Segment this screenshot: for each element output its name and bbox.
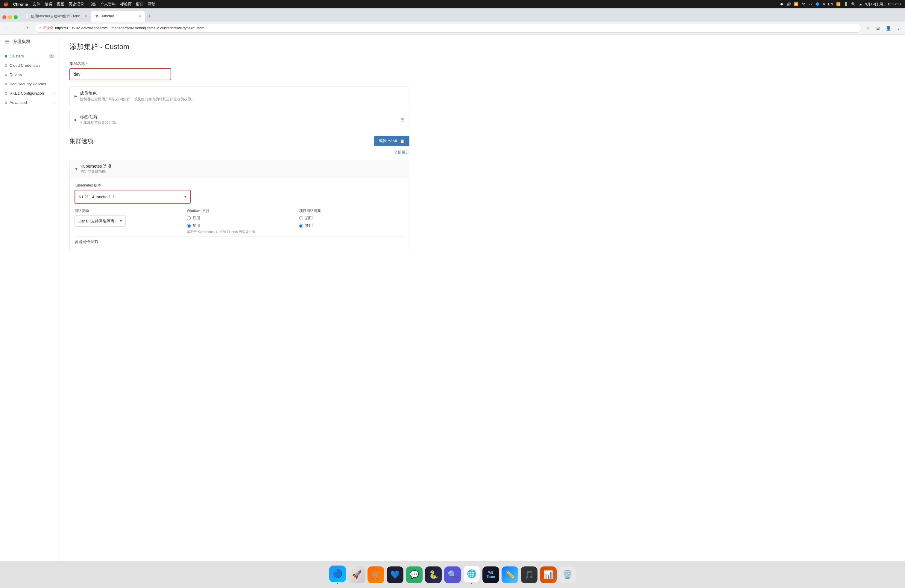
dock-item-wechat[interactable]: 💬 xyxy=(406,566,422,583)
url-bar[interactable]: ⚠ 不安全 https://9.135.92.226/dashboard/c/_… xyxy=(35,24,861,33)
dock-item-powerpoint[interactable]: 📊 xyxy=(540,566,557,583)
windows-enable-option[interactable]: 启用 xyxy=(187,215,292,221)
k8s-version-group: Kubernetes 版本 v1.21.14-rancher1-1 ▼ xyxy=(75,183,404,203)
new-tab-button[interactable]: + xyxy=(145,12,154,21)
project-network-enable-radio[interactable] xyxy=(299,216,303,220)
project-network-disable-radio[interactable] xyxy=(299,224,303,228)
dock-item-taobao[interactable]: 🛒 xyxy=(367,566,384,583)
menu-help[interactable]: 帮助 xyxy=(148,2,156,7)
k8s-subtitle: 自定义集群功能 xyxy=(81,169,112,174)
k8s-arrow-icon: ▼ xyxy=(75,167,78,171)
project-network-disable-option[interactable]: 禁用 xyxy=(299,223,404,229)
tab-1-close[interactable]: × xyxy=(139,14,141,18)
trash-icon: 🗑️ xyxy=(559,566,576,583)
profile-icon[interactable]: 👤 xyxy=(884,24,892,32)
network-driver-label: 网络驱动 xyxy=(75,208,179,213)
dock-item-trash[interactable]: 🗑️ xyxy=(559,566,576,583)
clusters-label: Clusters xyxy=(10,54,24,58)
insecure-icon: ⚠ xyxy=(39,26,41,30)
advanced-dot xyxy=(5,102,7,104)
labels-arrow-icon: ▶ xyxy=(75,118,77,122)
url-text: https://9.135.92.226/dashboard/c/_/manag… xyxy=(55,26,857,30)
sidebar-section-rke1[interactable]: RKE1 Configuration › xyxy=(0,89,60,98)
collapsible-member-roles-header[interactable]: ▶ 成员角色 控制哪些应用用户可以访问集群，以及他们拥有的对其进行更改的权限。 xyxy=(70,86,409,106)
edit-yaml-icon: 📋 xyxy=(400,139,405,143)
close-button[interactable] xyxy=(2,15,6,19)
hamburger-icon[interactable]: ☰ xyxy=(5,39,9,44)
labels-title: 标签/注释 xyxy=(80,114,119,120)
sidebar-item-drivers[interactable]: Drivers xyxy=(0,70,60,79)
chrome-dot xyxy=(471,583,472,584)
k8s-header[interactable]: ▼ Kubernetes 选项 自定义集群功能 xyxy=(70,160,409,178)
edit-yaml-button[interactable]: 编辑 YAML 📋 xyxy=(374,136,410,146)
menu-items: 文件 编辑 视图 历史记录 书签 个人资料 标签页 窗口 帮助 xyxy=(33,2,156,7)
extension-icon[interactable]: ⊞ xyxy=(874,24,882,32)
windows-disable-option[interactable]: 禁用 xyxy=(187,223,292,229)
menu-file[interactable]: 文件 xyxy=(33,2,40,7)
apple-menu[interactable]: 🍎 xyxy=(3,2,8,6)
menu-window[interactable]: 窗口 xyxy=(136,2,144,7)
project-network-group: 项目网络隔离 启用 禁用 xyxy=(299,208,404,234)
dock-item-finder[interactable]: 🔵 xyxy=(329,566,346,584)
sidebar-item-clusters[interactable]: Clusters 1 xyxy=(0,51,60,61)
windows-disable-radio[interactable] xyxy=(187,224,191,228)
k8s-version-label: Kubernetes 版本 xyxy=(75,183,404,188)
windows-disable-label: 禁用 xyxy=(192,223,200,229)
project-network-enable-option[interactable]: 启用 xyxy=(299,215,404,221)
tab-0[interactable]: 📄 使用rancher自建k8s集群 · tenc... × xyxy=(21,11,90,22)
search-icon: 🔍 xyxy=(444,566,461,583)
dock-item-search[interactable]: 🔍 xyxy=(444,566,461,583)
bookmark-icon[interactable]: ☆ xyxy=(864,24,872,32)
menu-view[interactable]: 视图 xyxy=(57,2,64,7)
chrome-addressbar: ← → ↻ ⚠ 不安全 https://9.135.92.226/dashboa… xyxy=(0,22,905,35)
network-driver-select[interactable]: Canal (支持网络隔离) xyxy=(75,215,126,227)
reload-button[interactable]: ↻ xyxy=(24,24,32,32)
chrome-tabbar: 📄 使用rancher自建k8s集群 · tenc... × 🐄 Rancher… xyxy=(0,8,905,22)
dock-item-vscode[interactable]: 💙 xyxy=(387,566,403,583)
member-roles-content: 成员角色 控制哪些应用用户可以访问集群，以及他们拥有的对其进行更改的权限。 xyxy=(80,91,195,102)
k8s-body: Kubernetes 版本 v1.21.14-rancher1-1 ▼ 网络驱动 xyxy=(70,178,409,252)
windows-enable-radio[interactable] xyxy=(187,216,191,220)
sidebar-header: ☰ 管理集群 xyxy=(0,35,60,49)
tab-1[interactable]: 🐄 Rancher × xyxy=(91,11,145,22)
cluster-options-title: 集群选项 xyxy=(70,137,94,145)
menu-profile[interactable]: 个人资料 xyxy=(100,2,116,7)
tab-0-close[interactable]: × xyxy=(85,14,87,18)
network-driver-select-wrapper: Canal (支持网络隔离) ▼ xyxy=(75,215,126,227)
chrome-right-icons: ☆ ⊞ 👤 ⋮ xyxy=(864,24,903,32)
project-network-enable-label: 启用 xyxy=(305,215,313,221)
dock-item-notes[interactable]: ✏️ xyxy=(502,566,518,583)
cluster-name-input[interactable] xyxy=(70,68,171,80)
dock-item-audio[interactable]: 🎵 xyxy=(521,566,538,583)
sidebar-section-advanced[interactable]: Advanced › xyxy=(0,98,60,107)
forward-button[interactable]: → xyxy=(13,24,22,32)
menu-tabs[interactable]: 标签页 xyxy=(120,2,132,7)
dock-item-pycharm[interactable]: 🐍 xyxy=(425,566,442,583)
menu-bookmarks[interactable]: 书签 xyxy=(88,2,96,7)
minimize-button[interactable] xyxy=(8,15,12,19)
sidebar-item-pod-security[interactable]: Pod Security Policies xyxy=(0,79,60,89)
sidebar-title: 管理集群 xyxy=(13,39,30,44)
sidebar-item-cloud-credentials[interactable]: Cloud Credentials xyxy=(0,61,60,70)
menu-history[interactable]: 历史记录 xyxy=(68,2,84,7)
collapsible-labels-header[interactable]: ▶ 标签/注释 为集群配置标签和注释。 无 xyxy=(70,110,409,130)
main-content: 添加集群 - Custom 添加提示 集群名称 * ▶ xyxy=(60,35,905,561)
audio-icon: 🎵 xyxy=(521,566,538,583)
member-roles-subtitle: 控制哪些应用用户可以访问集群，以及他们拥有的对其进行更改的权限。 xyxy=(80,97,195,102)
dock-item-weteam[interactable]: WETeam xyxy=(483,566,499,583)
maximize-button[interactable] xyxy=(14,15,17,19)
sidebar: ☰ 管理集群 Clusters 1 Cloud Credentials Driv… xyxy=(0,35,60,561)
dock-item-launchpad[interactable]: 🚀 xyxy=(348,566,365,583)
mac-dock: 🔵 🚀 🛒 💙 💬 🐍 🔍 🌐 WETeam ✏️ 🎵 📊 xyxy=(0,561,905,588)
required-star: * xyxy=(86,62,88,66)
menu-edit[interactable]: 编辑 xyxy=(44,2,52,7)
app-name-menu[interactable]: Chrome xyxy=(13,2,28,6)
weteam-icon: WETeam xyxy=(483,566,499,583)
k8s-version-select[interactable]: v1.21.14-rancher1-1 xyxy=(76,191,189,202)
more-icon[interactable]: ⋮ xyxy=(894,24,903,32)
expand-all-button[interactable]: 全部展开 xyxy=(394,150,410,155)
advanced-chevron-icon: › xyxy=(54,101,55,105)
dock-item-chrome[interactable]: 🌐 xyxy=(463,566,480,584)
back-button[interactable]: ← xyxy=(2,24,11,32)
windows-support-radio-group: 启用 禁用 xyxy=(187,215,292,229)
